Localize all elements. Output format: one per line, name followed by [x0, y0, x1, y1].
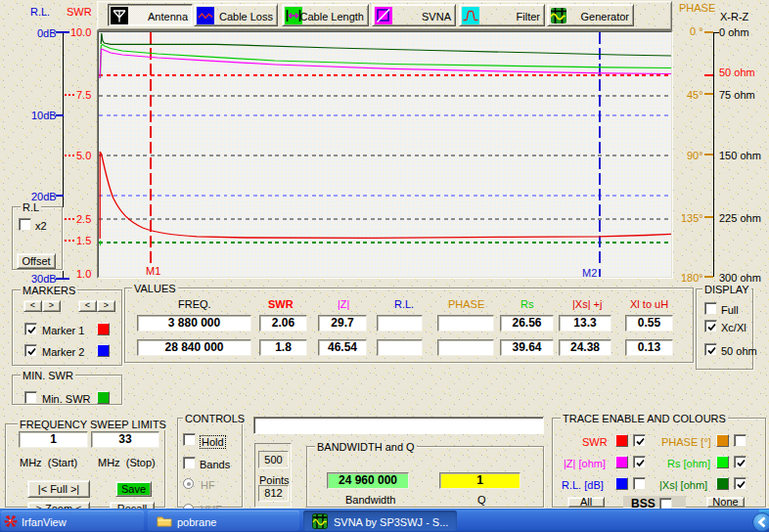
svg-text:M2: M2 [582, 267, 597, 277]
svg-text:M1: M1 [146, 265, 160, 277]
